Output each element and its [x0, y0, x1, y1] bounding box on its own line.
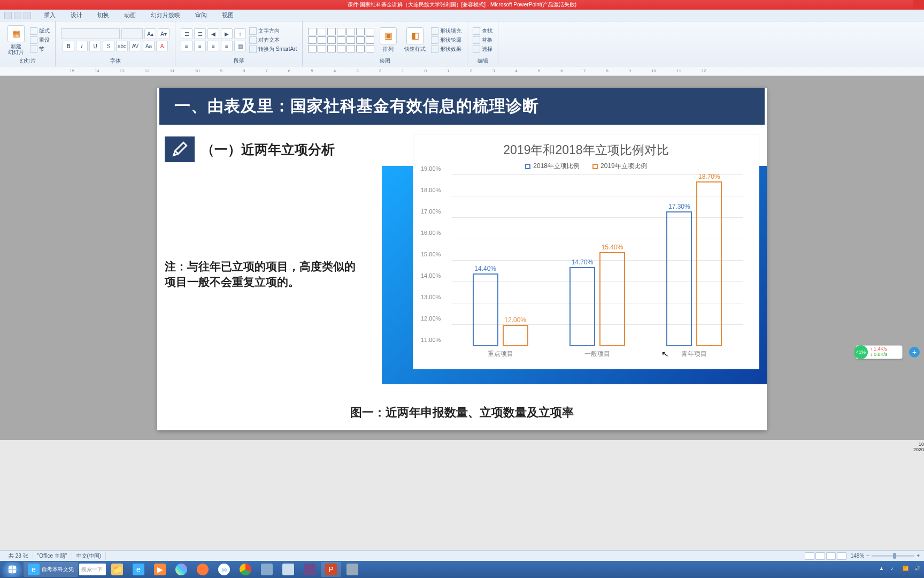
- x-tick-label: 青年项目: [681, 349, 707, 359]
- taskbar-search[interactable]: 搜索一下: [79, 564, 106, 575]
- select-button[interactable]: 选择: [473, 45, 492, 53]
- layout-button[interactable]: 版式: [30, 27, 50, 35]
- new-slide-button[interactable]: ▦ 新建 幻灯片: [5, 24, 27, 56]
- qat-redo-icon[interactable]: [24, 12, 31, 19]
- zoom-control[interactable]: 148% − +: [851, 553, 920, 559]
- case-button[interactable]: Aa: [143, 41, 155, 51]
- smartart-button[interactable]: 转换为 SmartArt: [249, 45, 297, 53]
- bullets-button[interactable]: ☰: [181, 28, 192, 39]
- font-color-button[interactable]: A: [156, 41, 168, 51]
- italic-button[interactable]: I: [76, 41, 88, 51]
- underline-button[interactable]: U: [89, 41, 101, 51]
- task-chrome[interactable]: [235, 562, 256, 577]
- find-button[interactable]: 查找: [473, 27, 492, 35]
- tab-animations[interactable]: 动画: [117, 10, 143, 21]
- view-mode-buttons: [805, 552, 846, 560]
- bold-button[interactable]: B: [63, 41, 74, 51]
- pencil-icon: [171, 140, 189, 158]
- justify-button[interactable]: ≡: [221, 41, 233, 51]
- ruler-mark: 2: [469, 69, 472, 73]
- section-button[interactable]: 节: [30, 45, 50, 53]
- grow-font-button[interactable]: A▴: [144, 28, 156, 39]
- align-text-button[interactable]: 对齐文本: [249, 36, 297, 44]
- shape-fill-button[interactable]: 形状填充: [431, 27, 461, 35]
- ruler-mark: 7: [265, 69, 267, 73]
- slide-editor-area[interactable]: 一、由表及里：国家社科基金有效信息的梳理诊断 （一）近两年立项分析 注：与往年已…: [0, 76, 924, 440]
- align-center-button[interactable]: ≡: [194, 41, 206, 51]
- start-button[interactable]: [2, 562, 22, 577]
- shadow-button[interactable]: abc: [116, 41, 128, 51]
- align-right-button[interactable]: ≡: [207, 41, 219, 51]
- view-reading-button[interactable]: [826, 552, 836, 560]
- font-family-combo[interactable]: [61, 28, 120, 39]
- text-direction-button[interactable]: 文字方向: [249, 27, 297, 35]
- spacing-button[interactable]: AV: [129, 41, 141, 51]
- slide-main-heading: 一、由表及里：国家社科基金有效信息的梳理诊断: [174, 95, 750, 117]
- qat-save-icon[interactable]: [4, 12, 12, 19]
- status-language[interactable]: 中文(中国): [72, 552, 106, 560]
- numbering-button[interactable]: ☲: [194, 28, 206, 39]
- zoom-slider[interactable]: [872, 555, 914, 557]
- slide-canvas[interactable]: 一、由表及里：国家社科基金有效信息的梳理诊断 （一）近两年立项分析 注：与往年已…: [157, 88, 767, 430]
- task-ball[interactable]: [192, 562, 213, 577]
- view-sorter-button[interactable]: [815, 552, 825, 560]
- task-cloud[interactable]: ∞: [214, 562, 234, 577]
- orange-ball-icon: [197, 564, 209, 575]
- y-tick-label: 13.00%: [421, 294, 441, 300]
- chart-x-axis: 重点项目一般项目青年项目: [452, 349, 743, 359]
- battery-network-widget[interactable]: 41% ↑ 1.4K/s ↓ 0.8K/s: [856, 345, 903, 359]
- tray-icon-1[interactable]: ▲: [879, 566, 887, 573]
- font-size-combo[interactable]: [121, 28, 143, 39]
- task-app1[interactable]: [257, 562, 277, 577]
- quick-styles-button[interactable]: ◧快速样式: [402, 26, 428, 54]
- ruler-mark: 3: [492, 69, 495, 73]
- qat-undo-icon[interactable]: [14, 12, 21, 19]
- tray-icon-2[interactable]: ♪: [891, 566, 898, 573]
- group-paragraph-label: 段落: [181, 56, 297, 65]
- quick-access-toolbar: [4, 12, 31, 19]
- zoom-out-button[interactable]: −: [866, 553, 869, 559]
- tab-view[interactable]: 视图: [214, 10, 241, 21]
- tab-review[interactable]: 审阅: [188, 10, 214, 21]
- task-app2[interactable]: [278, 562, 298, 577]
- tray-volume-icon[interactable]: 🔊: [914, 566, 922, 573]
- bar-group: 14.40%12.00%: [473, 175, 528, 346]
- shrink-font-button[interactable]: A▾: [158, 28, 170, 39]
- zoom-level[interactable]: 148%: [851, 553, 865, 559]
- shape-outline-button[interactable]: 形状轮廓: [431, 36, 461, 44]
- strike-button[interactable]: S: [103, 41, 114, 51]
- plus-floating-button[interactable]: +: [909, 347, 920, 358]
- task-explorer[interactable]: 📁: [107, 562, 127, 577]
- task-app4[interactable]: [342, 562, 363, 577]
- columns-button[interactable]: ▥: [234, 41, 246, 51]
- task-player[interactable]: ▶: [150, 562, 170, 577]
- reset-button[interactable]: 重设: [30, 36, 50, 44]
- align-left-button[interactable]: ≡: [181, 41, 192, 51]
- outdent-button[interactable]: ◀: [207, 28, 219, 39]
- tab-insert[interactable]: 插入: [36, 10, 63, 21]
- linespacing-button[interactable]: ↕: [234, 28, 246, 39]
- bar-value-label: 14.40%: [474, 265, 496, 272]
- task-360[interactable]: [171, 562, 191, 577]
- pencil-badge: [165, 136, 195, 162]
- task-powerpoint[interactable]: P: [321, 562, 341, 577]
- chrome-icon: [240, 564, 251, 575]
- tray-network-icon[interactable]: 📶: [903, 566, 910, 573]
- indent-button[interactable]: ▶: [221, 28, 233, 39]
- zoom-in-button[interactable]: +: [917, 553, 920, 559]
- view-slideshow-button[interactable]: [837, 552, 846, 560]
- replace-button[interactable]: 替换: [473, 36, 492, 44]
- task-ie2[interactable]: e: [128, 562, 149, 577]
- shapes-gallery[interactable]: [308, 28, 374, 52]
- tab-transitions[interactable]: 切换: [90, 10, 117, 21]
- arrange-button[interactable]: ▣排列: [378, 26, 399, 54]
- window-title: 课件·国家社科基金讲解（大连民族大学张利国）[兼容模式] - Microsoft…: [348, 1, 576, 9]
- app-icon-4: [346, 564, 358, 575]
- task-app3[interactable]: [299, 562, 320, 577]
- ruler-mark: 6: [288, 69, 290, 73]
- view-normal-button[interactable]: [805, 552, 814, 560]
- task-ie[interactable]: e自考本科文凭: [24, 562, 78, 577]
- tab-slideshow[interactable]: 幻灯片放映: [143, 10, 188, 21]
- tab-design[interactable]: 设计: [63, 10, 90, 21]
- shape-effects-button[interactable]: 形状效果: [431, 45, 461, 53]
